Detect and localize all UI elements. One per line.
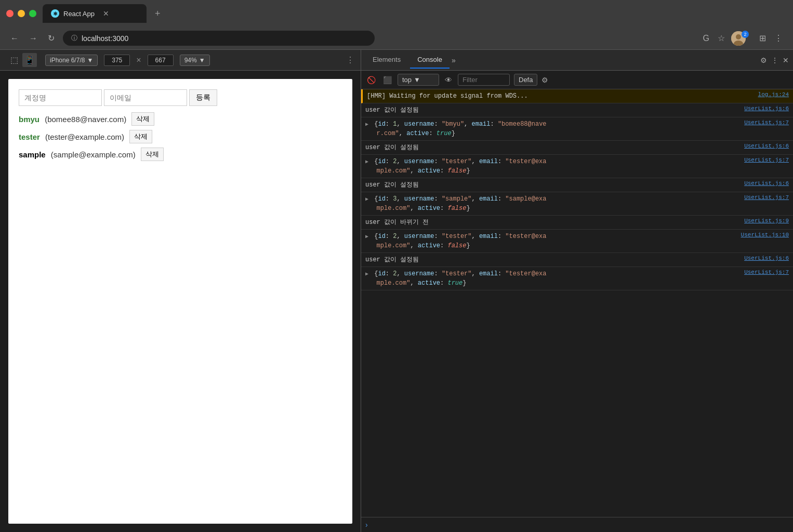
log-level-select[interactable]: Defa [514, 74, 537, 86]
username-input[interactable] [19, 89, 102, 106]
console-settings-icon[interactable]: ⚙ [541, 76, 548, 84]
console-link[interactable]: UserList.js:7 [740, 269, 789, 275]
delete-button[interactable]: 삭제 [131, 112, 154, 126]
user-email: (bomee88@naver.com) [43, 115, 126, 124]
devtools-close-icon[interactable]: ✕ [783, 56, 789, 64]
console-message: user 값이 설정됨 [365, 180, 740, 190]
forward-button[interactable]: → [27, 32, 39, 45]
console-message: user 값이 설정됨 [365, 255, 740, 264]
minimize-traffic-light[interactable] [18, 10, 25, 17]
bookmark-button[interactable]: ☆ [716, 31, 727, 45]
console-message: user 값이 설정됨 [365, 143, 740, 152]
console-input-row: › [361, 517, 793, 532]
active-tab[interactable]: ⚛ React App ✕ [43, 4, 147, 23]
maximize-traffic-light[interactable] [29, 10, 36, 17]
list-item: sample (sample@example.com) 삭제 [19, 148, 342, 161]
expand-arrow[interactable]: ▶ [365, 234, 368, 240]
inspect-element-icon[interactable]: ⬚ [8, 53, 20, 67]
user-list: bmyu (bomee88@naver.com) 삭제 tester (test… [19, 112, 342, 161]
translate-button[interactable]: G [701, 32, 711, 45]
console-link[interactable]: UserList.js:6 [740, 255, 789, 261]
back-button[interactable]: ← [8, 32, 21, 45]
address-input[interactable]: ⓘ localhost:3000 [63, 31, 375, 46]
console-entry: ▶ {id: 1, username: "bmyu", email: "bome… [361, 117, 793, 141]
more-button[interactable]: ⋮ [772, 31, 785, 45]
devtools-settings-icon[interactable]: ⚙ [760, 56, 767, 64]
eye-icon[interactable]: 👁 [443, 74, 454, 86]
url-text: localhost:3000 [82, 34, 128, 43]
console-link[interactable]: log.js:24 [754, 91, 789, 98]
username-label: tester [19, 132, 40, 141]
console-message: user 값이 바뀌기 전 [365, 218, 740, 227]
username-label: bmyu [19, 115, 39, 124]
browser-actions: G ☆ 2 ⊞ ⋮ [701, 31, 785, 46]
console-link[interactable]: UserList.js:6 [740, 143, 789, 149]
console-entry: user 값이 설정됨 UserList.js:6 [361, 141, 793, 155]
filter-icon[interactable]: ⬛ [381, 74, 393, 86]
submit-button[interactable]: 등록 [189, 89, 217, 106]
lock-icon: ⓘ [71, 34, 77, 43]
user-form: 등록 [19, 89, 342, 106]
console-entry: ▶ {id: 2, username: "tester", email: "te… [361, 230, 793, 253]
console-entry: ▶ {id: 2, username: "tester", email: "te… [361, 267, 793, 290]
console-entry: user 값이 바뀌기 전 UserList.js:9 [361, 216, 793, 230]
console-message: [HMR] Waiting for update signal from WDS… [367, 91, 754, 101]
address-bar: ← → ↻ ⓘ localhost:3000 G ☆ 2 ⊞ ⋮ [0, 27, 793, 50]
console-link[interactable]: UserList.js:7 [740, 194, 789, 201]
close-traffic-light[interactable] [6, 10, 14, 17]
console-message: ▶ {id: 2, username: "tester", email: "te… [365, 269, 740, 288]
extension-badge: 2 [742, 31, 749, 38]
delete-button[interactable]: 삭제 [129, 130, 152, 143]
user-email: (sample@example.com) [49, 150, 136, 159]
email-input[interactable] [104, 89, 187, 106]
console-link[interactable]: UserList.js:7 [740, 119, 789, 126]
devtools-header: Elements Console » ⚙ ⋮ ✕ [361, 50, 793, 71]
device-select[interactable]: iPhone 6/7/8 ▼ [45, 55, 98, 66]
console-link[interactable]: UserList.js:10 [737, 232, 789, 238]
console-link[interactable]: UserList.js:6 [740, 105, 789, 112]
toolbar-more-icon[interactable]: ⋮ [346, 55, 354, 65]
browser-viewport: ⬚ 📱 iPhone 6/7/8 ▼ × 94% ▼ ⋮ 등록 [0, 50, 361, 532]
console-entry: ▶ {id: 2, username: "tester", email: "te… [361, 155, 793, 178]
console-entry: ▶ {id: 3, username: "sample", email: "sa… [361, 192, 793, 216]
console-entry: user 값이 설정됨 UserList.js:6 [361, 253, 793, 267]
console-prompt-icon: › [365, 521, 368, 529]
height-input[interactable] [148, 55, 174, 66]
console-link[interactable]: UserList.js:6 [740, 180, 789, 187]
devtools-more-icon[interactable]: ⋮ [771, 56, 778, 64]
main-area: ⬚ 📱 iPhone 6/7/8 ▼ × 94% ▼ ⋮ 등록 [0, 50, 793, 532]
tab-console[interactable]: Console [410, 51, 450, 69]
browser-chrome: ⚛ React App ✕ + ← → ↻ ⓘ localhost:3000 G… [0, 0, 793, 50]
user-email: (tester@example.com) [43, 132, 124, 141]
context-select[interactable]: top ▼ [398, 74, 439, 86]
tab-elements[interactable]: Elements [365, 51, 408, 69]
username-label: sample [19, 150, 46, 159]
new-tab-button[interactable]: + [151, 6, 165, 21]
console-input[interactable] [372, 521, 789, 528]
console-link[interactable]: UserList.js:7 [740, 157, 789, 163]
console-link[interactable]: UserList.js:9 [740, 218, 789, 224]
console-filter-input[interactable] [458, 74, 510, 86]
expand-arrow[interactable]: ▶ [365, 159, 368, 165]
expand-arrow[interactable]: ▶ [365, 122, 368, 127]
expand-arrow[interactable]: ▶ [365, 196, 368, 202]
zoom-dropdown-icon: ▼ [199, 57, 205, 64]
console-entry: user 값이 설정됨 UserList.js:6 [361, 178, 793, 192]
delete-button[interactable]: 삭제 [141, 148, 164, 161]
console-message: ▶ {id: 2, username: "tester", email: "te… [365, 232, 737, 250]
clear-console-icon[interactable]: 🚫 [365, 74, 377, 86]
width-input[interactable] [104, 55, 130, 66]
tab-close-button[interactable]: ✕ [103, 9, 109, 18]
device-name: iPhone 6/7/8 [50, 57, 85, 64]
puzzle-button[interactable]: ⊞ [757, 31, 768, 45]
zoom-value: 94% [184, 57, 197, 64]
more-tabs-icon[interactable]: » [452, 56, 456, 64]
console-message: ▶ {id: 1, username: "bmyu", email: "bome… [365, 119, 740, 138]
zoom-select[interactable]: 94% ▼ [180, 55, 210, 66]
reload-button[interactable]: ↻ [46, 31, 57, 45]
app-content: 등록 bmyu (bomee88@naver.com) 삭제 tester (t… [8, 79, 352, 524]
device-toggle-icon[interactable]: 📱 [22, 53, 37, 67]
context-dropdown-icon: ▼ [414, 76, 420, 84]
context-value: top [402, 76, 412, 84]
expand-arrow[interactable]: ▶ [365, 271, 368, 277]
